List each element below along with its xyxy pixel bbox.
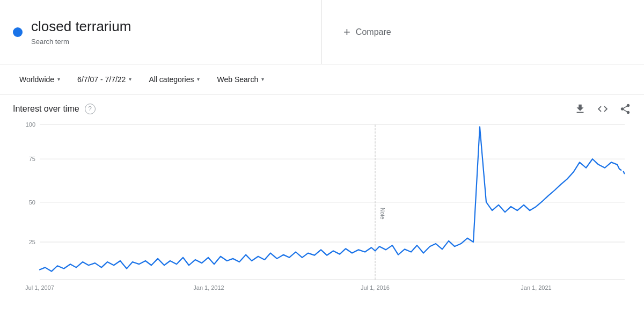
- chart-header: Interest over time ?: [13, 103, 631, 115]
- search-type-filter[interactable]: Web Search ▾: [210, 72, 270, 87]
- chart-section: Interest over time ?: [0, 94, 644, 296]
- download-button[interactable]: [574, 103, 586, 115]
- category-chevron-icon: ▾: [197, 76, 200, 82]
- date-filter[interactable]: 6/7/07 - 7/7/22 ▾: [71, 72, 138, 87]
- svg-text:Jan 1, 2021: Jan 1, 2021: [521, 284, 551, 290]
- interest-over-time-chart: 100 75 50 25 Jul 1, 2007 Jan 1, 2012 Jul…: [13, 119, 631, 296]
- help-icon[interactable]: ?: [85, 104, 96, 114]
- compare-section: + Compare: [322, 0, 644, 64]
- date-label: 6/7/07 - 7/7/22: [77, 75, 126, 84]
- share-button[interactable]: [619, 103, 631, 115]
- filters-bar: Worldwide ▾ 6/7/07 - 7/7/22 ▾ All catego…: [0, 64, 644, 94]
- chart-container: 100 75 50 25 Jul 1, 2007 Jan 1, 2012 Jul…: [13, 119, 631, 296]
- compare-plus-icon: +: [343, 25, 350, 39]
- embed-button[interactable]: [597, 103, 609, 115]
- search-type-chevron-icon: ▾: [261, 76, 264, 82]
- category-filter[interactable]: All categories ▾: [142, 72, 206, 87]
- compare-button[interactable]: + Compare: [343, 25, 391, 39]
- svg-text:Note: Note: [379, 208, 385, 219]
- term-sublabel: Search term: [31, 38, 131, 46]
- region-filter[interactable]: Worldwide ▾: [13, 72, 67, 87]
- category-label: All categories: [149, 75, 194, 84]
- share-icon: [619, 103, 631, 115]
- download-icon: [574, 103, 586, 115]
- search-type-label: Web Search: [217, 75, 258, 84]
- search-term-section: closed terrarium Search term: [0, 0, 322, 64]
- svg-text:Jul 1, 2016: Jul 1, 2016: [361, 284, 390, 290]
- svg-text:Jul 1, 2007: Jul 1, 2007: [25, 284, 54, 290]
- svg-text:25: 25: [29, 239, 35, 245]
- chart-title-row: Interest over time ?: [13, 104, 96, 114]
- svg-text:75: 75: [29, 156, 35, 162]
- code-icon: [597, 103, 609, 115]
- region-label: Worldwide: [19, 75, 54, 84]
- chart-title: Interest over time: [13, 104, 79, 114]
- region-chevron-icon: ▾: [57, 76, 60, 82]
- date-chevron-icon: ▾: [129, 76, 131, 82]
- term-info: closed terrarium Search term: [31, 18, 131, 45]
- svg-text:Jan 1, 2012: Jan 1, 2012: [193, 284, 224, 290]
- chart-actions: [574, 103, 631, 115]
- term-name: closed terrarium: [31, 18, 131, 35]
- compare-label: Compare: [356, 27, 391, 37]
- svg-text:100: 100: [26, 121, 35, 128]
- svg-text:50: 50: [29, 199, 35, 206]
- term-color-dot: [13, 27, 23, 37]
- header: closed terrarium Search term + Compare: [0, 0, 644, 64]
